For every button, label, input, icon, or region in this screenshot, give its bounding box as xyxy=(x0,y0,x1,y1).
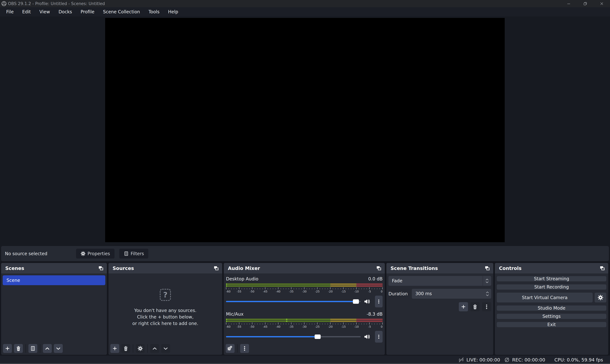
speaker-icon[interactable] xyxy=(363,333,371,340)
popout-icon[interactable] xyxy=(376,265,382,271)
settings-button[interactable]: Settings xyxy=(497,314,606,319)
start-streaming-button[interactable]: Start Streaming xyxy=(497,276,606,281)
volume-slider[interactable] xyxy=(226,334,361,339)
filters-icon xyxy=(30,346,36,351)
scene-list-item[interactable]: Scene xyxy=(3,275,105,285)
slider-handle[interactable] xyxy=(315,335,321,339)
meter-bar xyxy=(226,284,383,285)
menu-docks[interactable]: Docks xyxy=(54,7,76,16)
chevron-down-icon xyxy=(485,281,489,283)
volume-meter: -60 -55 -50 -45 -40 -35 -30 -25 -20 -15 … xyxy=(226,319,383,329)
transition-select-arrows[interactable] xyxy=(483,276,491,286)
sources-toolbar xyxy=(110,344,170,353)
start-virtual-camera-button[interactable]: Start Virtual Camera xyxy=(497,293,593,302)
db-ruler xyxy=(226,287,383,289)
remove-transition-button[interactable] xyxy=(471,302,480,311)
dock-area: Scenes Scene xyxy=(0,261,610,356)
slider-handle[interactable] xyxy=(353,299,359,304)
scenes-dock-header[interactable]: Scenes xyxy=(1,263,107,273)
exit-button[interactable]: Exit xyxy=(497,322,606,327)
meter-bar xyxy=(226,285,383,287)
window-bottom-edge xyxy=(0,363,610,364)
scene-transitions-dock: Scene Transitions Fade Duration xyxy=(386,263,493,355)
popout-icon[interactable] xyxy=(599,265,605,271)
channel-level-db: -8.3 dB xyxy=(367,312,383,317)
sources-dock-header[interactable]: Sources xyxy=(109,263,222,273)
restore-button[interactable] xyxy=(577,0,594,7)
double-gear-icon xyxy=(227,346,233,351)
toolbar-separator xyxy=(25,344,26,353)
plus-icon xyxy=(5,346,10,351)
transition-properties-button[interactable] xyxy=(482,302,491,311)
gear-icon xyxy=(81,251,86,256)
slider-fill xyxy=(226,336,318,337)
sources-empty-text-1: You don't have any sources. xyxy=(134,307,196,314)
start-recording-button[interactable]: Start Recording xyxy=(497,284,606,290)
move-source-up-button[interactable] xyxy=(150,344,159,353)
controls-title: Controls xyxy=(499,265,522,271)
duration-spinbox[interactable]: 300 ms xyxy=(412,289,491,299)
popout-icon[interactable] xyxy=(484,265,490,271)
speaker-icon[interactable] xyxy=(363,298,371,305)
move-scene-down-button[interactable] xyxy=(54,344,63,353)
source-properties-button[interactable] xyxy=(136,344,145,353)
add-source-button[interactable] xyxy=(110,344,119,353)
remove-scene-button[interactable] xyxy=(14,344,23,353)
sources-empty-text-3: or right click here to add one. xyxy=(132,320,198,327)
move-scene-up-button[interactable] xyxy=(43,344,52,353)
window-title: OBS 29.1.2 - Profile: Untitled - Scenes:… xyxy=(8,1,105,6)
sources-empty-text-2: Click the + button below, xyxy=(137,314,194,320)
meter-peak-tick xyxy=(286,319,287,320)
menu-scene-collection[interactable]: Scene Collection xyxy=(99,7,144,16)
duration-spin-arrows[interactable] xyxy=(486,289,489,299)
close-icon xyxy=(599,1,604,6)
studio-mode-button[interactable]: Studio Mode xyxy=(497,305,606,311)
scene-filters-button[interactable] xyxy=(28,344,37,353)
plus-icon xyxy=(112,346,118,351)
remove-source-button[interactable] xyxy=(121,344,130,353)
menu-view[interactable]: View xyxy=(35,7,54,16)
volume-slider[interactable] xyxy=(226,299,361,304)
toolbar-separator xyxy=(40,344,40,353)
meter-bar xyxy=(226,321,383,322)
stream-inactive-icon xyxy=(458,357,465,363)
controls-header[interactable]: Controls xyxy=(495,263,608,273)
menu-file[interactable]: File xyxy=(2,7,18,16)
close-button[interactable] xyxy=(594,0,610,7)
audio-mixer-header[interactable]: Audio Mixer xyxy=(224,263,385,273)
menu-profile[interactable]: Profile xyxy=(76,7,99,16)
move-source-down-button[interactable] xyxy=(161,344,170,353)
popout-icon[interactable] xyxy=(213,265,219,271)
menu-tools[interactable]: Tools xyxy=(144,7,164,16)
sources-dock-title: Sources xyxy=(113,265,134,271)
chevron-up-icon xyxy=(45,346,50,351)
live-status: LIVE: 00:00:00 xyxy=(458,357,500,363)
sources-empty-state[interactable]: ? You don't have any sources. Click the … xyxy=(109,273,222,342)
rec-status: REC: 00:00:00 xyxy=(504,357,545,363)
audio-mixer-title: Audio Mixer xyxy=(228,265,260,271)
restore-icon xyxy=(583,1,588,6)
trash-icon xyxy=(16,346,21,351)
menu-help[interactable]: Help xyxy=(164,7,182,16)
add-transition-button[interactable] xyxy=(459,302,468,311)
window-controls xyxy=(560,0,610,7)
virtual-camera-config-button[interactable] xyxy=(595,293,606,302)
filters-button[interactable]: Filters xyxy=(119,249,149,259)
chevron-down-icon xyxy=(55,346,61,351)
channel-level-db: 0.0 dB xyxy=(368,276,383,282)
preview-canvas[interactable] xyxy=(105,18,505,242)
channel-menu-button[interactable] xyxy=(375,296,383,307)
transition-select[interactable]: Fade xyxy=(388,276,491,286)
kebab-menu-icon xyxy=(242,346,247,351)
advanced-audio-button[interactable] xyxy=(226,344,235,353)
menu-edit[interactable]: Edit xyxy=(18,7,35,16)
controls-body: Start Streaming Start Recording Start Vi… xyxy=(495,273,608,330)
add-scene-button[interactable] xyxy=(3,344,12,353)
properties-button[interactable]: Properties xyxy=(76,249,114,259)
channel-menu-button[interactable] xyxy=(375,331,383,343)
mixer-menu-button[interactable] xyxy=(240,344,249,353)
toolbar-separator xyxy=(133,344,133,353)
popout-icon[interactable] xyxy=(98,265,104,271)
scene-transitions-header[interactable]: Scene Transitions xyxy=(386,263,493,273)
minimize-button[interactable] xyxy=(560,0,577,7)
